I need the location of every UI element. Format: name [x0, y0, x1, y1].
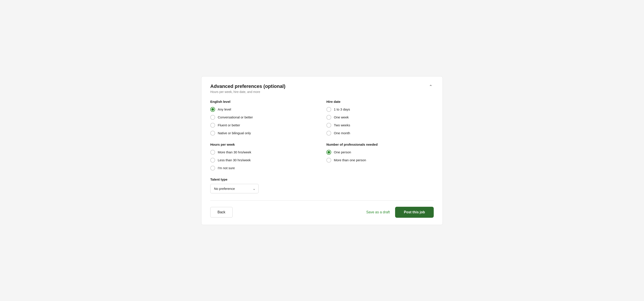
- talent-type-section: Talent type No preference Freelancer Age…: [210, 178, 434, 193]
- english-level-group: English level Any level Conversational o…: [210, 100, 318, 136]
- talent-type-dropdown-container: No preference Freelancer Agency ⌄: [210, 184, 258, 193]
- professionals-title: Number of professionals needed: [326, 143, 434, 146]
- radio-any-level[interactable]: Any level: [210, 107, 318, 112]
- collapse-icon[interactable]: ⌃: [428, 84, 434, 90]
- radio-label-native: Native or bilingual only: [218, 131, 251, 135]
- hours-per-week-group: Hours per week More than 30 hrs/week Les…: [210, 143, 318, 170]
- radio-label-less-30: Less than 30 hrs/week: [218, 158, 251, 162]
- radio-circle-two-weeks: [326, 123, 331, 128]
- radio-label-fluent: Fluent or better: [218, 123, 240, 127]
- radio-label-one-person: One person: [334, 150, 351, 154]
- radio-circle-any-level: [210, 107, 215, 112]
- save-draft-button[interactable]: Save as a draft: [366, 210, 390, 214]
- top-two-col: English level Any level Conversational o…: [210, 100, 434, 136]
- back-button[interactable]: Back: [210, 207, 233, 217]
- english-level-radio-group: Any level Conversational or better Fluen…: [210, 107, 318, 136]
- radio-label-one-month: One month: [334, 131, 350, 135]
- radio-circle-one-month: [326, 131, 331, 136]
- radio-more-than-one[interactable]: More than one person: [326, 158, 434, 163]
- radio-circle-one-person: [326, 150, 331, 155]
- radio-native[interactable]: Native or bilingual only: [210, 131, 318, 136]
- radio-label-more-30: More than 30 hrs/week: [218, 150, 251, 154]
- section-title: Advanced preferences (optional): [210, 84, 285, 89]
- professionals-radio-group: One person More than one person: [326, 150, 434, 163]
- radio-circle-more-than-one: [326, 158, 331, 163]
- radio-circle-less-30: [210, 158, 215, 163]
- section-header-text: Advanced preferences (optional) Hours pe…: [210, 84, 285, 94]
- radio-1-3-days[interactable]: 1 to 3 days: [326, 107, 434, 112]
- radio-label-conversational: Conversational or better: [218, 115, 253, 119]
- radio-circle-not-sure: [210, 166, 215, 170]
- radio-circle-native: [210, 131, 215, 136]
- radio-circle-fluent: [210, 123, 215, 128]
- right-actions: Save as a draft Post this job: [366, 207, 434, 218]
- hire-date-group: Hire date 1 to 3 days One week Two weeks…: [326, 100, 434, 136]
- radio-one-person[interactable]: One person: [326, 150, 434, 155]
- footer-divider: [210, 200, 434, 201]
- professionals-group: Number of professionals needed One perso…: [326, 143, 434, 170]
- advanced-preferences-card: Advanced preferences (optional) Hours pe…: [201, 76, 443, 225]
- radio-circle-conversational: [210, 115, 215, 120]
- hours-per-week-radio-group: More than 30 hrs/week Less than 30 hrs/w…: [210, 150, 318, 170]
- post-job-button[interactable]: Post this job: [395, 207, 434, 218]
- radio-one-month[interactable]: One month: [326, 131, 434, 136]
- footer-actions: Back Save as a draft Post this job: [210, 207, 434, 218]
- english-level-title: English level: [210, 100, 318, 104]
- radio-label-any-level: Any level: [218, 107, 231, 111]
- section-header: Advanced preferences (optional) Hours pe…: [210, 84, 434, 94]
- radio-fluent[interactable]: Fluent or better: [210, 123, 318, 128]
- radio-conversational[interactable]: Conversational or better: [210, 115, 318, 120]
- radio-label-one-week: One week: [334, 115, 349, 119]
- talent-type-title: Talent type: [210, 178, 434, 181]
- hours-per-week-title: Hours per week: [210, 143, 318, 146]
- radio-two-weeks[interactable]: Two weeks: [326, 123, 434, 128]
- hire-date-title: Hire date: [326, 100, 434, 104]
- radio-circle-more-30: [210, 150, 215, 155]
- radio-not-sure[interactable]: I'm not sure: [210, 166, 318, 170]
- radio-circle-1-3-days: [326, 107, 331, 112]
- radio-one-week[interactable]: One week: [326, 115, 434, 120]
- section-subtitle: Hours per week, hire date, and more: [210, 90, 285, 94]
- radio-more-30[interactable]: More than 30 hrs/week: [210, 150, 318, 155]
- hire-date-radio-group: 1 to 3 days One week Two weeks One month: [326, 107, 434, 136]
- radio-less-30[interactable]: Less than 30 hrs/week: [210, 158, 318, 163]
- radio-label-two-weeks: Two weeks: [334, 123, 350, 127]
- radio-label-more-than-one: More than one person: [334, 158, 366, 162]
- radio-circle-one-week: [326, 115, 331, 120]
- radio-label-1-3-days: 1 to 3 days: [334, 107, 350, 111]
- radio-label-not-sure: I'm not sure: [218, 166, 235, 170]
- talent-type-dropdown[interactable]: No preference Freelancer Agency: [210, 184, 258, 193]
- bottom-two-col: Hours per week More than 30 hrs/week Les…: [210, 143, 434, 170]
